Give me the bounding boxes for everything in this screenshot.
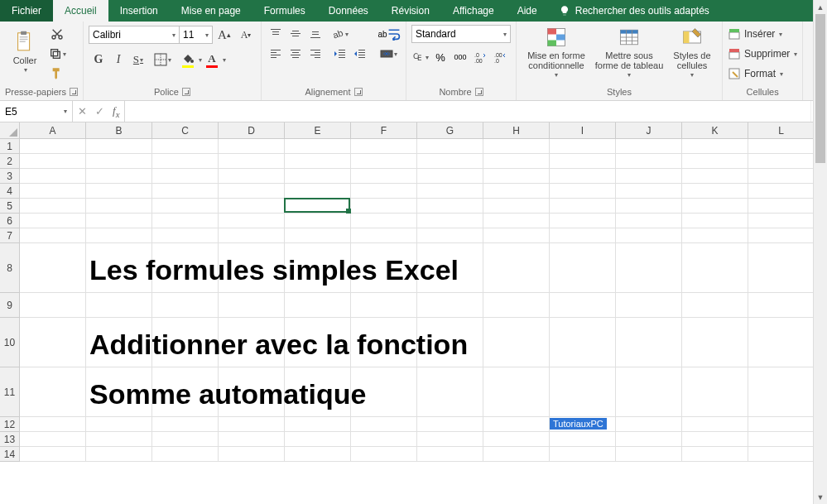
cell-C6[interactable] (152, 214, 219, 228)
cell-D4[interactable] (219, 184, 285, 199)
orientation-button[interactable]: ab▾ (331, 25, 349, 43)
scroll-up-button[interactable]: ▲ (814, 0, 827, 14)
italic-button[interactable]: I (108, 50, 128, 70)
cell-H8[interactable] (483, 243, 550, 293)
cell-K14[interactable] (682, 447, 748, 462)
font-name-combo[interactable]: Calibri▾ (89, 26, 180, 44)
cell-L9[interactable] (748, 293, 815, 318)
cell-D5[interactable] (219, 199, 285, 214)
cell-C10[interactable] (152, 318, 219, 367)
cell-C13[interactable] (152, 432, 219, 447)
cell-A8[interactable] (20, 243, 86, 293)
cell-A13[interactable] (20, 432, 86, 447)
increase-font-button[interactable]: A▴ (214, 25, 234, 45)
cell-C5[interactable] (152, 199, 219, 214)
cell-J7[interactable] (616, 228, 682, 243)
column-header-G[interactable]: G (417, 122, 483, 139)
cell-L11[interactable] (748, 367, 815, 417)
cell-G11[interactable] (417, 367, 483, 417)
merge-button[interactable]: ▾ (377, 45, 401, 63)
format-painter-button[interactable] (48, 65, 66, 83)
underline-button[interactable]: S▾ (128, 50, 148, 70)
vertical-scrollbar[interactable]: ▲ ▼ (813, 0, 827, 504)
paste-button[interactable]: Coller ▾ (5, 25, 45, 79)
cell-D10[interactable] (219, 318, 285, 367)
cell-I7[interactable] (550, 228, 616, 243)
tab-formulas[interactable]: Formules (252, 0, 317, 22)
percent-button[interactable]: % (431, 48, 450, 66)
cell-F1[interactable] (351, 139, 417, 154)
cell-F14[interactable] (351, 447, 417, 462)
cell-E1[interactable] (285, 139, 351, 154)
increase-indent-button[interactable] (351, 45, 369, 63)
cell-D9[interactable] (219, 293, 285, 318)
row-header-12[interactable]: 12 (0, 417, 20, 432)
cell-B4[interactable] (86, 184, 152, 199)
cell-K3[interactable] (682, 169, 748, 184)
column-header-L[interactable]: L (748, 122, 815, 139)
cell-I11[interactable] (550, 367, 616, 417)
cell-L4[interactable] (748, 184, 815, 199)
cell-G6[interactable] (417, 214, 483, 228)
cell-C12[interactable] (152, 417, 219, 432)
cell-D11[interactable] (219, 367, 285, 417)
number-format-combo[interactable]: Standard▾ (411, 25, 511, 43)
cell-B5[interactable] (86, 199, 152, 214)
row-header-4[interactable]: 4 (0, 184, 20, 199)
align-bottom-button[interactable] (306, 25, 325, 43)
tab-view[interactable]: Affichage (441, 0, 506, 22)
cut-button[interactable] (48, 25, 66, 43)
cell-I8[interactable] (550, 243, 616, 293)
cell-F12[interactable] (351, 417, 417, 432)
cell-J14[interactable] (616, 447, 682, 462)
cell-K12[interactable] (682, 417, 748, 432)
number-dialog-launcher[interactable] (475, 88, 483, 96)
name-box[interactable]: E5▾ (0, 101, 73, 122)
cell-E10[interactable] (285, 318, 351, 367)
delete-cells-button[interactable]: Supprimer▾ (728, 45, 797, 63)
cell-H14[interactable] (483, 447, 550, 462)
row-header-9[interactable]: 9 (0, 293, 20, 318)
fx-icon[interactable]: fx (113, 104, 119, 119)
decrease-decimal-button[interactable]: .00.0 (491, 48, 509, 66)
tab-data[interactable]: Données (317, 0, 380, 22)
cell-D7[interactable] (219, 228, 285, 243)
cell-I14[interactable] (550, 447, 616, 462)
cell-F13[interactable] (351, 432, 417, 447)
column-header-K[interactable]: K (682, 122, 748, 139)
column-header-I[interactable]: I (550, 122, 616, 139)
cell-F8[interactable] (351, 243, 417, 293)
row-header-7[interactable]: 7 (0, 228, 20, 243)
cell-E13[interactable] (285, 432, 351, 447)
accounting-button[interactable]: ₠▾ (411, 48, 430, 66)
row-header-2[interactable]: 2 (0, 154, 20, 169)
cell-C9[interactable] (152, 293, 219, 318)
cell-J3[interactable] (616, 169, 682, 184)
alignment-dialog-launcher[interactable] (354, 88, 363, 96)
cell-G12[interactable] (417, 417, 483, 432)
cell-F10[interactable] (351, 318, 417, 367)
column-header-C[interactable]: C (152, 122, 219, 139)
cells-area[interactable]: Les formules simples ExcelAdditionner av… (20, 139, 827, 504)
cell-B13[interactable] (86, 432, 152, 447)
cell-L7[interactable] (748, 228, 815, 243)
cell-E4[interactable] (285, 184, 351, 199)
cell-G10[interactable] (417, 318, 483, 367)
cell-D1[interactable] (219, 139, 285, 154)
cell-C1[interactable] (152, 139, 219, 154)
cell-H6[interactable] (483, 214, 550, 228)
align-right-button[interactable] (306, 45, 325, 63)
cell-L2[interactable] (748, 154, 815, 169)
cell-K13[interactable] (682, 432, 748, 447)
tab-home[interactable]: Accueil (53, 0, 108, 22)
bold-button[interactable]: G (89, 50, 108, 70)
align-center-button[interactable] (286, 45, 305, 63)
cell-B1[interactable] (86, 139, 152, 154)
cell-J6[interactable] (616, 214, 682, 228)
cell-F6[interactable] (351, 214, 417, 228)
cell-G13[interactable] (417, 432, 483, 447)
cell-A6[interactable] (20, 214, 86, 228)
cell-D14[interactable] (219, 447, 285, 462)
cell-G2[interactable] (417, 154, 483, 169)
cell-G8[interactable] (417, 243, 483, 293)
